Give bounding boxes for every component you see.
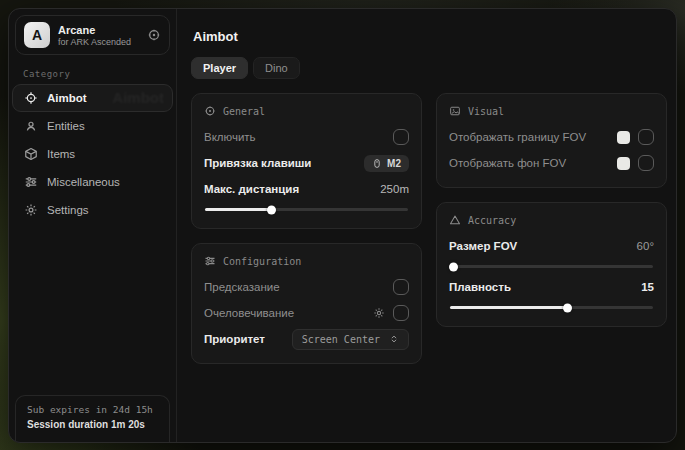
- keybind-button[interactable]: M2: [364, 155, 409, 172]
- humanize-controls: [373, 305, 409, 321]
- priority-dropdown[interactable]: Screen Center: [292, 329, 409, 350]
- sidebar-item-label: Miscellaneous: [47, 176, 120, 188]
- general-header: General: [204, 105, 409, 117]
- fov-size-slider[interactable]: [450, 265, 653, 268]
- aimbot-ghost-watermark: Aimbot: [112, 89, 164, 106]
- visual-card: Visual Отображать границу FOV Отображать…: [436, 93, 667, 188]
- configuration-card: Configuration Предсказание Очеловечивани…: [191, 243, 422, 364]
- sidebar-item-miscellaneous[interactable]: Miscellaneous: [12, 168, 173, 196]
- max-distance-label: Макс. дистанция: [204, 183, 299, 195]
- smoothness-row: Плавность 15: [449, 276, 654, 298]
- brand-logo: A: [24, 22, 50, 48]
- brand-subtitle: for ARK Ascended: [58, 37, 131, 47]
- select-chevrons-icon: [389, 334, 399, 344]
- general-card: General Включить Привязка клавиши M2: [191, 93, 422, 229]
- section-title: Accuracy: [468, 215, 516, 226]
- slider-fill: [205, 208, 272, 211]
- configuration-header: Configuration: [204, 255, 409, 267]
- fov-size-label: Размер FOV: [449, 240, 517, 252]
- fov-bg-checkbox[interactable]: [638, 155, 654, 171]
- fov-border-controls: [617, 129, 654, 145]
- entities-icon: [24, 119, 38, 133]
- right-column: Visual Отображать границу FOV Отображать…: [436, 93, 667, 327]
- category-label: Category: [23, 69, 162, 79]
- sidebar-nav: Aimbot Aimbot Entities Items Miscellaneo…: [9, 84, 176, 224]
- fov-size-value: 60°: [637, 240, 654, 252]
- accuracy-header: Accuracy: [449, 214, 654, 226]
- gear-icon: [24, 203, 38, 217]
- priority-value: Screen Center: [302, 334, 380, 345]
- target-tabs: Player Dino: [191, 57, 662, 79]
- visual-header: Visual: [449, 105, 654, 117]
- enable-label: Включить: [204, 131, 256, 143]
- triangle-icon: [449, 214, 461, 226]
- max-distance-slider[interactable]: [205, 208, 408, 211]
- sliders-icon: [24, 175, 38, 189]
- smoothness-label: Плавность: [449, 281, 511, 293]
- max-distance-value: 250m: [380, 183, 409, 195]
- sidebar: A Arcane for ARK Ascended Category Aimbo…: [9, 9, 177, 442]
- priority-label: Приоритет: [204, 333, 265, 345]
- session-info-box: Sub expires in 24d 15h Session duration …: [15, 395, 170, 442]
- fov-size-row: Размер FOV 60°: [449, 235, 654, 257]
- fov-bg-label: Отображать фон FOV: [449, 157, 566, 169]
- left-column: General Включить Привязка клавиши M2: [191, 93, 422, 364]
- humanize-label: Очеловечивание: [204, 307, 294, 319]
- crosshair-icon: [24, 91, 38, 105]
- fov-border-checkbox[interactable]: [638, 129, 654, 145]
- sidebar-item-label: Entities: [47, 120, 85, 132]
- section-title: General: [223, 106, 265, 117]
- fov-bg-color-swatch[interactable]: [617, 157, 630, 170]
- slider-thumb[interactable]: [267, 205, 276, 214]
- keybind-row: Привязка клавиши M2: [204, 152, 409, 174]
- sidebar-item-label: Settings: [47, 204, 89, 216]
- slider-fill: [450, 265, 454, 268]
- smoothness-value: 15: [641, 281, 654, 293]
- humanize-row: Очеловечивание: [204, 302, 409, 324]
- sidebar-item-label: Aimbot: [47, 92, 87, 104]
- tab-dino[interactable]: Dino: [253, 57, 300, 79]
- humanize-checkbox[interactable]: [393, 305, 409, 321]
- target-icon[interactable]: [147, 28, 161, 42]
- page-title: Aimbot: [193, 29, 662, 44]
- smoothness-slider[interactable]: [450, 306, 653, 309]
- target-icon: [204, 105, 216, 117]
- priority-row: Приоритет Screen Center: [204, 328, 409, 350]
- main-content: Aimbot Player Dino General Включить: [177, 9, 676, 442]
- fov-bg-row: Отображать фон FOV: [449, 152, 654, 174]
- sidebar-item-items[interactable]: Items: [12, 140, 173, 168]
- fov-border-row: Отображать границу FOV: [449, 126, 654, 148]
- prediction-checkbox[interactable]: [393, 279, 409, 295]
- sidebar-item-settings[interactable]: Settings: [12, 196, 173, 224]
- keybind-label: Привязка клавиши: [204, 157, 311, 169]
- accuracy-card: Accuracy Размер FOV 60° Плавность 15: [436, 202, 667, 327]
- settings-columns: General Включить Привязка клавиши M2: [191, 93, 662, 364]
- brand-header: A Arcane for ARK Ascended: [15, 15, 170, 55]
- fov-bg-controls: [617, 155, 654, 171]
- gear-icon[interactable]: [373, 307, 385, 319]
- slider-fill: [450, 306, 568, 309]
- brand-name: Arcane: [58, 24, 131, 36]
- session-duration-text: Session duration 1m 20s: [27, 419, 158, 430]
- section-title: Configuration: [223, 256, 301, 267]
- sidebar-item-aimbot[interactable]: Aimbot Aimbot: [12, 84, 173, 112]
- keybind-value: M2: [387, 158, 401, 169]
- slider-thumb[interactable]: [563, 303, 572, 312]
- mouse-icon: [372, 158, 382, 169]
- prediction-label: Предсказание: [204, 281, 280, 293]
- package-icon: [24, 147, 38, 161]
- prediction-row: Предсказание: [204, 276, 409, 298]
- sidebar-item-entities[interactable]: Entities: [12, 112, 173, 140]
- cheat-menu-window: A Arcane for ARK Ascended Category Aimbo…: [8, 8, 677, 443]
- brand-text: Arcane for ARK Ascended: [58, 24, 131, 47]
- enable-row: Включить: [204, 126, 409, 148]
- sidebar-item-label: Items: [47, 148, 75, 160]
- max-distance-row: Макс. дистанция 250m: [204, 178, 409, 200]
- image-icon: [449, 105, 461, 117]
- enable-checkbox[interactable]: [393, 129, 409, 145]
- slider-thumb[interactable]: [449, 262, 458, 271]
- tab-player[interactable]: Player: [191, 57, 248, 79]
- fov-border-label: Отображать границу FOV: [449, 131, 586, 143]
- fov-border-color-swatch[interactable]: [617, 131, 630, 144]
- section-title: Visual: [468, 106, 504, 117]
